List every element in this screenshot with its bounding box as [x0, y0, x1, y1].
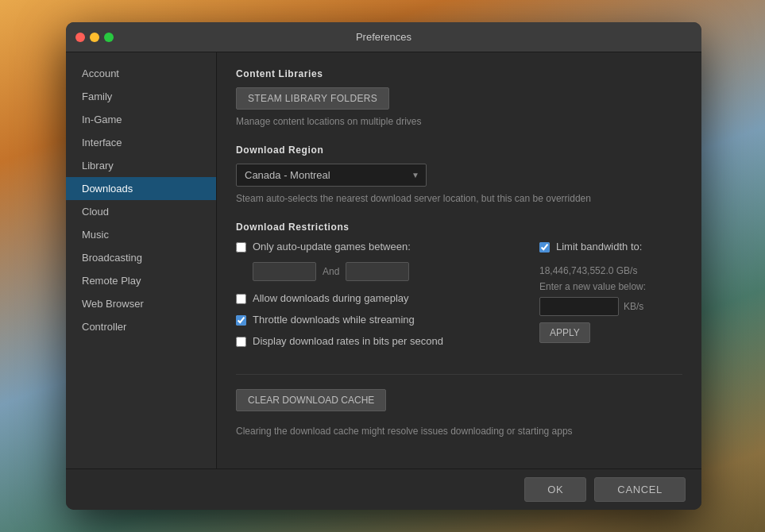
display-bits-checkbox[interactable]: [236, 337, 246, 347]
restrictions-right: Limit bandwidth to: 18,446,743,552.0 GB/…: [539, 241, 682, 357]
download-restrictions-title: Download Restrictions: [236, 222, 682, 233]
download-region-desc: Steam auto-selects the nearest download …: [236, 193, 682, 204]
auto-update-label: Only auto-update games between:: [253, 241, 411, 254]
clear-cache-button[interactable]: CLEAR DOWNLOAD CACHE: [236, 389, 386, 411]
limit-bandwidth-label: Limit bandwidth to:: [556, 241, 642, 253]
main-content: Account Family In-Game Interface Library…: [66, 52, 701, 468]
bandwidth-input-row: KB/s: [539, 297, 682, 316]
settings-panel: Content Libraries STEAM LIBRARY FOLDERS …: [217, 52, 701, 468]
sidebar-item-cloud[interactable]: Cloud: [66, 200, 216, 223]
content-libraries-title: Content Libraries: [236, 68, 682, 79]
close-button[interactable]: [75, 33, 85, 42]
sidebar-item-library[interactable]: Library: [66, 154, 216, 177]
bandwidth-input[interactable]: [539, 297, 619, 316]
download-restrictions-section: Download Restrictions Only auto-update g…: [236, 222, 682, 357]
cache-section: CLEAR DOWNLOAD CACHE Clearing the downlo…: [236, 389, 682, 437]
sidebar-item-broadcasting[interactable]: Broadcasting: [66, 246, 216, 269]
limit-bandwidth-row: Limit bandwidth to:: [539, 241, 682, 257]
footer: OK CANCEL: [66, 468, 701, 510]
restrictions-grid: Only auto-update games between: And Allo…: [236, 241, 682, 357]
allow-gameplay-label: Allow downloads during gameplay: [253, 292, 409, 306]
sidebar: Account Family In-Game Interface Library…: [66, 52, 217, 468]
preferences-window: Preferences Account Family In-Game Inter…: [66, 22, 701, 510]
content-libraries-desc: Manage content locations on multiple dri…: [236, 116, 682, 127]
cache-desc: Clearing the download cache might resolv…: [236, 426, 682, 437]
apply-button[interactable]: APPLY: [539, 322, 590, 343]
throttle-streaming-checkbox[interactable]: [236, 315, 246, 326]
cancel-button[interactable]: CANCEL: [594, 477, 686, 502]
time-from-input[interactable]: [253, 262, 316, 281]
auto-update-row: Only auto-update games between:: [236, 241, 516, 254]
sidebar-item-downloads[interactable]: Downloads: [66, 177, 216, 200]
time-and-label: And: [323, 266, 339, 277]
display-bits-row: Display download rates in bits per secon…: [236, 335, 516, 349]
traffic-lights: [75, 33, 114, 42]
allow-gameplay-row: Allow downloads during gameplay: [236, 292, 516, 306]
download-region-title: Download Region: [236, 145, 682, 156]
throttle-streaming-row: Throttle downloads while streaming: [236, 314, 516, 327]
auto-update-checkbox[interactable]: [236, 242, 246, 253]
download-region-select[interactable]: Canada - Montreal Canada - Toronto US - …: [237, 164, 405, 186]
section-divider: [236, 374, 682, 375]
sidebar-item-interface[interactable]: Interface: [66, 131, 216, 154]
ok-button[interactable]: OK: [524, 477, 586, 502]
sidebar-item-account[interactable]: Account: [66, 62, 216, 85]
sidebar-item-in-game[interactable]: In-Game: [66, 108, 216, 131]
sidebar-item-family[interactable]: Family: [66, 85, 216, 108]
sidebar-item-remote-play[interactable]: Remote Play: [66, 269, 216, 292]
restrictions-left: Only auto-update games between: And Allo…: [236, 241, 516, 357]
throttle-streaming-label: Throttle downloads while streaming: [253, 314, 415, 327]
bandwidth-unit: KB/s: [624, 301, 643, 312]
content-libraries-section: Content Libraries STEAM LIBRARY FOLDERS …: [236, 68, 682, 127]
dropdown-arrow-icon: ▼: [405, 171, 426, 179]
titlebar: Preferences: [66, 22, 701, 52]
maximize-button[interactable]: [104, 33, 114, 42]
window-title: Preferences: [356, 31, 411, 43]
time-range-row: And: [253, 262, 516, 281]
limit-bandwidth-checkbox[interactable]: [539, 242, 550, 253]
download-region-section: Download Region Canada - Montreal Canada…: [236, 145, 682, 204]
display-bits-label: Display download rates in bits per secon…: [253, 335, 443, 349]
allow-gameplay-checkbox[interactable]: [236, 294, 246, 304]
sidebar-item-music[interactable]: Music: [66, 223, 216, 246]
steam-library-folders-button[interactable]: STEAM LIBRARY FOLDERS: [236, 87, 389, 110]
bandwidth-current-value: 18,446,743,552.0 GB/s: [539, 265, 682, 276]
download-region-dropdown-wrapper[interactable]: Canada - Montreal Canada - Toronto US - …: [236, 164, 427, 187]
minimize-button[interactable]: [90, 33, 99, 42]
bandwidth-prompt: Enter a new value below:: [539, 281, 682, 292]
time-to-input[interactable]: [346, 262, 409, 281]
sidebar-item-controller[interactable]: Controller: [66, 315, 216, 338]
sidebar-item-web-browser[interactable]: Web Browser: [66, 292, 216, 315]
